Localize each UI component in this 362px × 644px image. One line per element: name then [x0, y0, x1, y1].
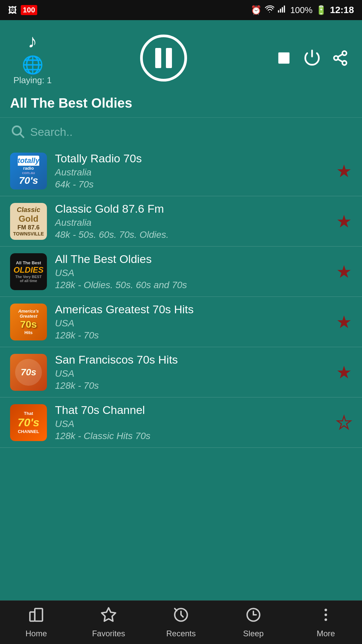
svg-rect-0 [278, 10, 279, 12]
station-country-2: Australia [55, 217, 328, 228]
svg-point-19 [324, 619, 327, 621]
station-info-6: That 70s Channel USA 128k - Classic Hits… [55, 404, 328, 441]
favorite-button-4[interactable]: ★ [336, 312, 352, 332]
stop-button[interactable] [276, 50, 292, 66]
station-country-3: USA [55, 268, 328, 278]
station-country-5: USA [55, 368, 328, 379]
nav-recents[interactable]: Recents [145, 606, 217, 638]
svg-line-8 [338, 59, 343, 62]
signal-icon [278, 4, 287, 16]
photo-icon: 🖼 [8, 5, 17, 15]
station-info-3: All The Best Oldies USA 128k - Oldies. 5… [55, 253, 328, 290]
station-info-5: San Franciscos 70s Hits USA 128k - 70s [55, 353, 328, 391]
alarm-icon: ⏰ [251, 5, 261, 15]
battery-icon: 🔋 [316, 5, 326, 15]
search-input[interactable] [30, 125, 352, 139]
pause-bar-right [166, 48, 172, 68]
svg-rect-2 [282, 7, 283, 12]
station-logo-4: America's Greatest 70s Hits [10, 304, 47, 340]
station-country-6: USA [55, 419, 328, 429]
station-name-5: San Franciscos 70s Hits [55, 353, 328, 366]
station-logo-3: All The Best OLDIES The Very BEST of all… [10, 253, 47, 290]
app-icon: 100 [21, 5, 37, 15]
station-logo-1: totally radio com.au 70's [10, 153, 47, 190]
station-name-3: All The Best Oldies [55, 253, 328, 266]
player-center [140, 35, 187, 82]
favorite-button-6[interactable]: ★ [336, 413, 352, 433]
wifi-icon [265, 4, 274, 16]
station-info-4: Americas Greatest 70s Hits USA 128k - 70… [55, 303, 328, 341]
station-country-4: USA [55, 318, 328, 329]
bottom-nav: Home Favorites Recents Sleep [0, 600, 362, 644]
nav-sleep-label: Sleep [243, 629, 263, 638]
home-icon [28, 606, 45, 627]
nav-more[interactable]: More [290, 606, 362, 638]
pause-bar-left [155, 48, 161, 68]
svg-rect-3 [284, 5, 285, 12]
nav-favorites-label: Favorites [92, 629, 125, 638]
list-item[interactable]: America's Greatest 70s Hits Americas Gre… [0, 297, 362, 347]
svg-rect-12 [30, 612, 35, 621]
sleep-icon [245, 606, 262, 627]
list-item[interactable]: That 70's CHANNEL That 70s Channel USA 1… [0, 397, 362, 448]
station-name-6: That 70s Channel [55, 404, 328, 417]
playing-label: Playing: 1 [13, 75, 52, 86]
list-item[interactable]: All The Best OLDIES The Very BEST of all… [0, 247, 362, 297]
nav-more-label: More [317, 629, 335, 638]
svg-point-17 [324, 609, 327, 611]
station-meta-1: 64k - 70s [55, 179, 328, 190]
station-name-2: Classic Gold 87.6 Fm [55, 202, 328, 215]
favorite-button-1[interactable]: ★ [336, 161, 352, 181]
player-header: ♪ 🌐 Playing: 1 [0, 20, 362, 92]
favorite-button-2[interactable]: ★ [336, 211, 352, 231]
svg-point-18 [324, 613, 327, 616]
list-item[interactable]: 70s San Franciscos 70s Hits USA 128k - 7… [0, 347, 362, 397]
station-logo-2: Classic Gold FM 87.6 TOWNSVILLE [10, 203, 47, 240]
nav-home[interactable]: Home [0, 606, 72, 638]
station-logo-5: 70s [10, 354, 47, 391]
nav-sleep[interactable]: Sleep [217, 606, 290, 638]
status-right: ⏰ 100% 🔋 12:18 [251, 4, 354, 16]
list-item[interactable]: Classic Gold FM 87.6 TOWNSVILLE Classic … [0, 196, 362, 247]
svg-rect-4 [278, 52, 289, 63]
nav-recents-label: Recents [166, 629, 196, 638]
now-playing-section: All The Best Oldies [0, 92, 362, 117]
station-list: totally radio com.au 70's Totally Radio … [0, 146, 362, 589]
favorites-icon [100, 606, 117, 627]
svg-rect-13 [35, 608, 43, 621]
station-info-1: Totally Radio 70s Australia 64k - 70s [55, 152, 328, 190]
nav-home-label: Home [25, 629, 47, 638]
svg-marker-14 [102, 608, 116, 621]
search-icon [10, 124, 25, 140]
list-item[interactable]: totally radio com.au 70's Totally Radio … [0, 146, 362, 196]
station-info-2: Classic Gold 87.6 Fm Australia 48k - 50s… [55, 202, 328, 240]
pause-icon [155, 48, 172, 68]
station-country-1: Australia [55, 167, 328, 178]
station-meta-5: 128k - 70s [55, 380, 328, 391]
svg-line-9 [338, 54, 343, 57]
share-button[interactable] [332, 50, 349, 66]
now-playing-title: All The Best Oldies [10, 96, 352, 111]
nav-favorites[interactable]: Favorites [72, 606, 145, 638]
favorite-button-5[interactable]: ★ [336, 362, 352, 382]
more-icon [317, 606, 334, 627]
favorite-button-3[interactable]: ★ [336, 262, 352, 282]
music-note-icon: ♪ [28, 30, 37, 52]
station-meta-3: 128k - Oldies. 50s. 60s and 70s [55, 280, 328, 290]
search-section [0, 117, 362, 146]
station-logo-6: That 70's CHANNEL [10, 404, 47, 441]
station-meta-6: 128k - Classic Hits 70s [55, 431, 328, 441]
power-button[interactable] [303, 49, 321, 67]
svg-rect-1 [280, 8, 281, 12]
status-left: 🖼 100 [8, 5, 37, 15]
player-left-icons: ♪ 🌐 Playing: 1 [13, 30, 52, 86]
recents-icon [173, 606, 189, 627]
svg-line-11 [20, 134, 23, 137]
station-name-1: Totally Radio 70s [55, 152, 328, 165]
battery-label: 100% [290, 5, 313, 15]
player-right-icons [276, 49, 349, 67]
station-meta-2: 48k - 50s. 60s. 70s. Oldies. [55, 229, 328, 240]
time-display: 12:18 [330, 5, 354, 15]
station-meta-4: 128k - 70s [55, 330, 328, 341]
pause-button[interactable] [140, 35, 187, 82]
